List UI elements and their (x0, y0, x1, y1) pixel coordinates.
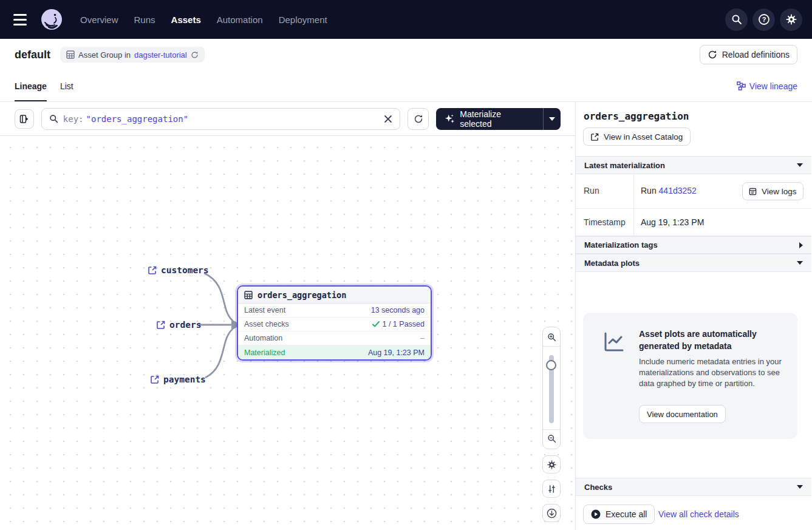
node-label: orders (169, 320, 201, 330)
table-icon (244, 291, 253, 299)
search-icon (49, 114, 58, 123)
topbar-actions: ? (725, 8, 802, 31)
view-documentation-button[interactable]: View documentation (639, 405, 726, 423)
materialize-dropdown-button[interactable] (544, 108, 561, 130)
view-in-asset-catalog-label: View in Asset Catalog (604, 132, 683, 141)
search-query-term: "orders_aggregation" (86, 114, 189, 124)
tab-list[interactable]: List (60, 70, 73, 101)
search-query-key: key: (63, 114, 84, 124)
reload-icon[interactable] (191, 51, 199, 59)
repo-link[interactable]: dagster-tutorial (134, 50, 187, 59)
hamburger-menu-icon[interactable] (13, 11, 30, 28)
tabs-row: Lineage List View lineage (0, 70, 812, 102)
asset-detail-panel: orders_aggregation View in Asset Catalog… (576, 102, 811, 530)
materialize-selected-button[interactable]: Materialize selected (436, 108, 561, 130)
reload-definitions-button[interactable]: Reload definitions (700, 45, 797, 64)
node-label: customers (161, 265, 209, 275)
lineage-toolbar: key: "orders_aggregation" Materialize se… (0, 102, 575, 136)
graph-node-orders[interactable]: orders (157, 320, 201, 330)
asset-group-icon (66, 50, 75, 59)
view-lineage-label: View lineage (749, 81, 797, 91)
section-metadata-plots[interactable]: Metadata plots (576, 254, 811, 272)
lineage-graph-canvas[interactable]: customers orders payments orders_aggrega… (0, 136, 575, 530)
node-row-automation: Automation – (238, 331, 431, 345)
dagster-app: Overview Runs Assets Automation Deployme… (0, 0, 812, 530)
asset-group-tag[interactable]: Asset Group in dagster-tutorial (60, 47, 205, 63)
zoom-in-button[interactable] (543, 328, 560, 347)
run-value: Run 441d3252 (641, 186, 697, 195)
caret-down-icon (797, 485, 803, 489)
gear-icon (547, 460, 557, 470)
asset-node-header: orders_aggregation (238, 287, 431, 304)
execute-all-label: Execute all (606, 509, 647, 519)
view-all-check-details-link[interactable]: View all check details (658, 509, 739, 519)
timestamp-row: Timestamp Aug 19, 1:23 PM (576, 209, 811, 236)
view-logs-button[interactable]: View logs (742, 182, 803, 200)
reload-definitions-icon (708, 50, 717, 59)
zoom-out-button[interactable] (543, 429, 560, 447)
node-row-materialized: Materialized Aug 19, 1:23 PM (238, 345, 431, 359)
logs-icon (749, 188, 757, 195)
asset-search-input[interactable]: key: "orders_aggregation" (41, 108, 400, 130)
reload-definitions-label: Reload definitions (722, 50, 790, 59)
expand-sidebar-button[interactable] (15, 109, 34, 129)
tab-lineage[interactable]: Lineage (15, 70, 47, 101)
node-row-asset-checks: Asset checks 1 / 1 Passed (238, 318, 431, 331)
refresh-icon (414, 114, 423, 124)
gear-icon[interactable] (780, 8, 802, 31)
lineage-graph-icon (737, 81, 746, 90)
section-latest-materialization[interactable]: Latest materialization (576, 156, 811, 174)
nav-item-assets[interactable]: Assets (171, 15, 201, 25)
external-link-icon (148, 266, 157, 274)
caret-down-icon (797, 261, 803, 265)
metadata-card-title: Asset plots are automatically generated … (639, 328, 788, 352)
section-materialization-tags[interactable]: Materialization tags (576, 236, 811, 254)
nav-item-runs[interactable]: Runs (134, 15, 155, 25)
search-icon[interactable] (725, 8, 748, 31)
play-circle-icon (591, 509, 601, 519)
metadata-card-body: Include numeric metadata entries in your… (639, 356, 791, 389)
view-lineage-link[interactable]: View lineage (737, 81, 797, 91)
chevron-down-icon (549, 117, 555, 121)
zoom-slider-thumb[interactable] (546, 360, 556, 370)
top-navigation-bar: Overview Runs Assets Automation Deployme… (0, 0, 812, 39)
checks-actions-row: Execute all View all check details (576, 497, 811, 530)
page-header: default Asset Group in dagster-tutorial … (0, 39, 812, 70)
metadata-plots-card: Asset plots are automatically generated … (583, 313, 797, 439)
nav-item-overview[interactable]: Overview (80, 15, 118, 25)
external-link-icon (151, 375, 159, 384)
refresh-graph-button[interactable] (408, 108, 429, 130)
zoom-control-group (542, 327, 561, 449)
recenter-graph-button[interactable] (542, 504, 561, 522)
timestamp-value: Aug 19, 1:23 PM (641, 217, 704, 227)
panel-toggle-icon (19, 114, 29, 124)
execute-all-button[interactable]: Execute all (583, 505, 655, 524)
help-icon[interactable]: ? (752, 8, 775, 31)
dagster-logo[interactable] (40, 8, 63, 31)
external-link-icon (591, 133, 599, 141)
graph-node-customers[interactable]: customers (148, 265, 209, 275)
asset-node-title: orders_aggregation (258, 290, 346, 300)
caret-down-icon (797, 163, 803, 167)
sparkles-icon (445, 114, 455, 124)
caret-right-icon (799, 242, 803, 248)
run-id-link[interactable]: 441d3252 (659, 186, 697, 195)
nav-item-automation[interactable]: Automation (217, 15, 263, 25)
external-link-icon (157, 321, 165, 329)
asset-detail-title: orders_aggregation (584, 110, 689, 122)
view-logs-label: View logs (762, 187, 797, 196)
view-in-asset-catalog-button[interactable]: View in Asset Catalog (583, 127, 691, 146)
clear-search-icon[interactable] (384, 115, 392, 123)
timestamp-label: Timestamp (584, 217, 626, 227)
section-checks[interactable]: Checks (576, 478, 811, 496)
materialize-selected-label: Materialize selected (460, 109, 534, 129)
graph-filters-button[interactable] (542, 480, 561, 498)
graph-node-payments[interactable]: payments (151, 375, 206, 384)
nav-item-deployment[interactable]: Deployment (279, 15, 327, 25)
graph-settings-button[interactable] (542, 455, 561, 474)
graph-node-orders-aggregation-selected[interactable]: orders_aggregation Latest event 13 secon… (237, 285, 432, 361)
check-icon (372, 321, 380, 327)
arrow-down-circle-icon (547, 508, 557, 518)
main-nav: Overview Runs Assets Automation Deployme… (80, 15, 327, 25)
sliders-icon (547, 484, 556, 494)
